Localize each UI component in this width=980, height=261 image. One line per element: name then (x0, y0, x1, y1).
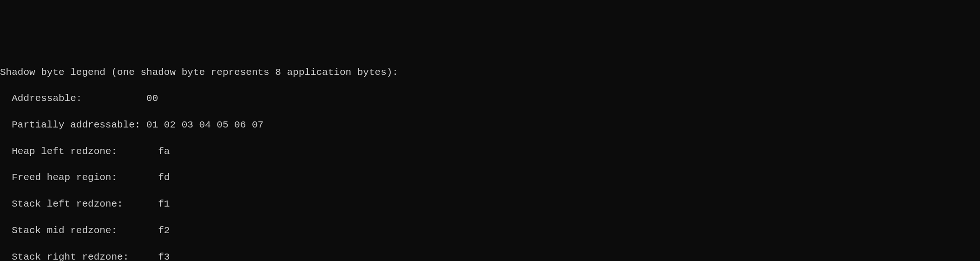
legend-label: Stack right redzone: (0, 251, 158, 261)
legend-value: f2 (158, 224, 170, 237)
legend-addressable: Addressable: 00 (0, 92, 980, 105)
legend-label: Addressable: (0, 92, 146, 105)
legend-label: Stack mid redzone: (0, 224, 158, 237)
legend-label: Stack left redzone: (0, 198, 158, 211)
legend-stack-left-redzone: Stack left redzone: f1 (0, 198, 980, 211)
legend-stack-mid-redzone: Stack mid redzone: f2 (0, 224, 980, 237)
legend-label: Heap left redzone: (0, 145, 158, 158)
legend-value: fd (158, 171, 170, 184)
legend-value: f3 (158, 251, 170, 261)
legend-value: fa (158, 145, 170, 158)
legend-freed-heap-region: Freed heap region: fd (0, 171, 980, 184)
legend-header: Shadow byte legend (one shadow byte repr… (0, 66, 980, 79)
legend-heap-left-redzone: Heap left redzone: fa (0, 145, 980, 158)
legend-value: f1 (158, 198, 170, 211)
legend-partially-addressable: Partially addressable: 01 02 03 04 05 06… (0, 119, 980, 132)
legend-stack-right-redzone: Stack right redzone: f3 (0, 251, 980, 261)
legend-label: Freed heap region: (0, 171, 158, 184)
legend-value: 00 (146, 92, 158, 105)
legend-label: Partially addressable: (0, 119, 146, 132)
legend-value: 01 02 03 04 05 06 07 (146, 119, 263, 132)
asan-shadow-byte-legend: Shadow byte legend (one shadow byte repr… (0, 53, 980, 261)
